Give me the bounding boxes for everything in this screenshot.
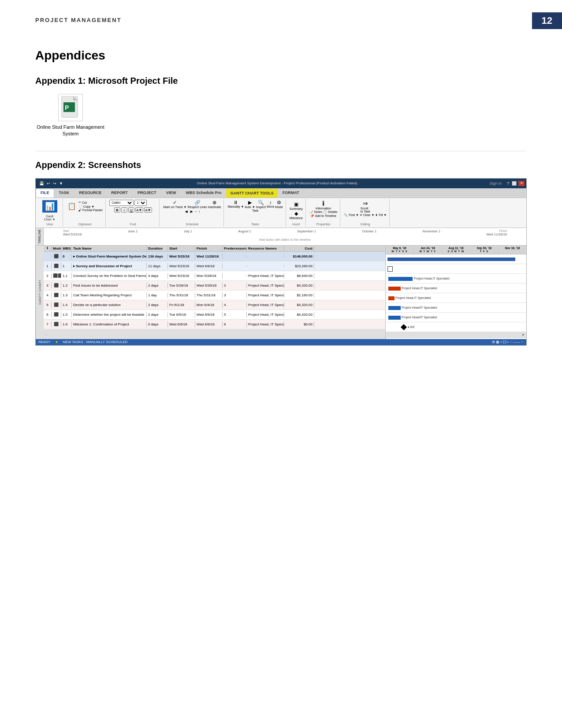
task-6-bar-label: Project Head/IT Specialist	[402, 316, 437, 319]
gantt-chart-tools-tab[interactable]: GANTT CHART TOOLS	[226, 189, 277, 198]
task-row-5[interactable]: 5 ⬛ 1.4 Decide on a particular solution …	[44, 300, 385, 310]
gantt-bar-row-1	[386, 264, 526, 274]
task-1-finish: Wed 6/6/18	[195, 263, 223, 269]
restore-icon[interactable]: ⬜	[511, 181, 517, 186]
inactivate-btn[interactable]: ⊗ Inactivate	[208, 200, 221, 209]
copy-btn[interactable]: 📄Copy ▼	[78, 205, 103, 208]
task-row-more: ...	[44, 329, 385, 339]
task-3-icon: ⬛	[52, 282, 61, 288]
paste-btn[interactable]: 📋	[67, 200, 77, 213]
indent-icon: ►	[190, 209, 194, 214]
task-row-4[interactable]: 4 ⬛ 1.3 Call Team Meeting Regarding Proj…	[44, 291, 385, 300]
view-tab[interactable]: VIEW	[161, 189, 181, 198]
add-to-timeline-btn[interactable]: 📌 Add to Timeline	[310, 214, 336, 218]
auto-schedule-btn[interactable]: ▶ Auto ▼	[245, 200, 255, 209]
task-0-start: Wed 5/23/18	[168, 254, 195, 259]
task-5-wbs: 1.4	[61, 302, 72, 308]
task-4-bar-label: Project Head,IT Specialist	[395, 296, 431, 299]
underline-btn[interactable]: U	[128, 207, 134, 213]
manually-schedule-btn[interactable]: ⏸ Manually ▼	[227, 200, 244, 208]
project-tab[interactable]: PROJECT	[133, 189, 161, 198]
task-3-bar-label: Project Head,IT Specialist	[402, 287, 437, 290]
settings-icon[interactable]: ▼	[58, 181, 64, 186]
ribbon-group-clipboard: 📋 ✂Cut 📄Copy ▼ 🖌Format Painter Clipboard	[64, 199, 106, 227]
task-4-start: Thu 5/31/18	[168, 292, 195, 298]
gantt-date-col-3: Aug 12, '18S S M T W	[442, 246, 470, 254]
task-3-wbs: 1.2	[61, 283, 72, 288]
quick-access-toolbar[interactable]: 💾 ↩ ↪ ▼	[36, 179, 67, 188]
cut-btn[interactable]: ✂Cut	[78, 201, 103, 204]
insert-summary-btn[interactable]: ▣ Summary	[290, 202, 303, 210]
task-1-cost: $23,260.00	[284, 263, 314, 269]
move-btn[interactable]: ↕ Move	[267, 200, 274, 208]
insert-milestone-btn[interactable]: ◆ Milestone	[290, 211, 303, 220]
task-row-7[interactable]: 7 ⬛ 1.6 Milestone 1: Confirmation of Pro…	[44, 320, 385, 329]
ready-status: READY	[38, 340, 51, 344]
page-header: PROJECT MANAGEMENT	[35, 17, 122, 23]
status-icons-right: ⊞ ▦ ▪ ⟦⟧ ▪ ←——→	[492, 340, 524, 344]
italic-btn[interactable]: I	[121, 207, 127, 213]
task-4-num: 4	[44, 292, 52, 298]
format-tab[interactable]: FORMAT	[278, 189, 304, 198]
task-0-pred	[223, 255, 247, 257]
bold-btn[interactable]: B	[114, 207, 120, 213]
highlight-btn[interactable]: A▼	[144, 207, 152, 213]
respect-links-btn[interactable]: 🔗 Respect Links	[188, 200, 207, 209]
ribbon-group-view: 📊 GanttChart ▼ View	[37, 199, 63, 227]
task-6-start: Tue 6/5/18	[168, 312, 195, 317]
task-row-6[interactable]: 6 ⬛ 1.5 Determine whether the project wi…	[44, 310, 385, 320]
gantt-bar-row-4: Project Head,IT Specialist	[386, 293, 526, 303]
timeline-date4: September 1	[297, 229, 316, 236]
format-painter-btn[interactable]: 🖌Format Painter	[78, 209, 103, 212]
ribbon-group-tasks: ⏸ Manually ▼ ▶ Auto ▼ 🔍 Inspect ↕	[225, 199, 286, 227]
save-icon[interactable]: 💾	[38, 181, 45, 186]
task-label: Task	[252, 209, 258, 212]
ribbon-group-schedule: ✓ Mark on Track ▼ 🔗 Respect Links ⊗ Inac…	[160, 199, 224, 227]
schedule-group-label: Schedule	[186, 223, 198, 226]
milestone-diamond	[401, 324, 407, 330]
gantt-chart-label: GanttChart ▼	[44, 215, 56, 221]
unlink-icon: ↕	[199, 210, 201, 213]
ms-project-icon: P	[58, 94, 83, 121]
wbs-tab[interactable]: WBS Schedule Pro	[181, 189, 226, 198]
task-3-start: Tue 5/29/18	[168, 283, 195, 288]
task-row-1[interactable]: 1 ⬛ 1 ▸ Survey and Discussion of Project…	[44, 261, 385, 271]
font-color-btn[interactable]: A▼	[135, 207, 143, 213]
gantt-bar-row-0	[386, 254, 526, 264]
task-tab[interactable]: TASK	[54, 189, 74, 198]
undo-icon[interactable]: ↩	[46, 181, 51, 186]
report-tab[interactable]: REPORT	[106, 189, 133, 198]
task-2-wbs: 1.1	[61, 273, 72, 279]
information-btn[interactable]: ℹ Information	[316, 200, 331, 210]
task-2-num: 2	[44, 273, 52, 279]
task-7-pred: 6	[223, 321, 247, 327]
more-rows-indicator: ...	[44, 332, 48, 336]
scroll-to-task-btn[interactable]: ⇒ Scrollto Task	[361, 200, 370, 213]
task-6-num: 6	[44, 312, 52, 317]
font-size-select[interactable]: 11	[134, 200, 147, 206]
resource-tab[interactable]: RESOURCE	[74, 189, 106, 198]
task-1-start: Wed 5/23/18	[168, 263, 195, 269]
mark-on-track-btn[interactable]: ✓ Mark on Track ▼	[163, 200, 186, 209]
mode-btn[interactable]: ⚙ Mode	[275, 200, 283, 209]
timeline-date6: November 1	[422, 229, 440, 236]
task-7-name: Milestone 1: Confirmation of Project	[72, 321, 147, 327]
signin-link[interactable]: Sign in	[489, 181, 502, 186]
close-button[interactable]: ✕	[518, 181, 525, 186]
minimize-icon[interactable]: ?	[506, 181, 510, 186]
col-header-finish: Finish	[195, 246, 223, 251]
redo-icon[interactable]: ↪	[52, 181, 57, 186]
task-4-dur: 1 day	[147, 292, 168, 298]
inspect-btn[interactable]: 🔍 Inspect	[256, 200, 266, 209]
file-tab[interactable]: FILE	[36, 189, 54, 198]
task-row-0[interactable]: ⬛ 0 ▸ Online Stud Farm Management System…	[44, 252, 385, 261]
font-family-select[interactable]: Calibri	[109, 200, 134, 206]
gantt-chart-btn[interactable]: 📊	[42, 200, 57, 213]
task-row-3[interactable]: 3 ⬛ 1.2 Find Issues to be Addressed 2 da…	[44, 281, 385, 291]
task-1-name: ▸ Survey and Discussion of Project	[72, 263, 147, 269]
task-row-2[interactable]: 2 ⬛⬛ 1.1 Conduct Survey on the Problem i…	[44, 271, 385, 281]
ribbon-group-insert: ▣ Summary ◆ Milestone Insert	[287, 199, 306, 227]
project-file-icon: P	[61, 96, 80, 119]
gantt-date-col-2: Jun 24, '18M T W T F	[414, 246, 442, 254]
timeline-date5: October 1	[362, 229, 376, 236]
